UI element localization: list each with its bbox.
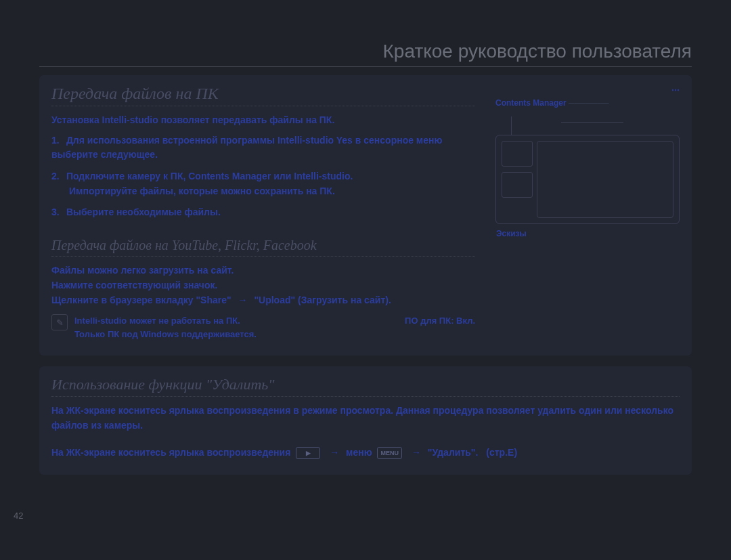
delete-action-line: На ЖК-экране коснитесь ярлыка воспроизве… xyxy=(51,446,680,460)
note-line-2: Только ПК под Windows поддерживается. xyxy=(74,328,257,341)
note-right: ПО для ПК: Вкл. xyxy=(405,314,475,328)
page-number: 42 xyxy=(14,511,23,521)
upload-text-2: Нажмите соответствующий значок. xyxy=(51,278,475,293)
step-text: Подключите камеру к ПК, Contents Manager… xyxy=(66,171,353,181)
step-text: Выберите необходимые файлы. xyxy=(66,207,221,217)
caption-corner: ⋯ xyxy=(495,85,680,96)
play-icon: ▶ xyxy=(296,447,320,459)
step-number: 3. xyxy=(51,205,64,220)
panel-delete: Использование функции "Удалить" На ЖК-эк… xyxy=(39,366,692,475)
arrow-icon: → xyxy=(412,446,421,460)
step-number: 1. xyxy=(51,133,64,148)
delete-action-end: "Удалить". xyxy=(428,447,479,458)
delete-action-ref: (стр.E) xyxy=(486,447,517,458)
section-heading-upload: Передача файлов на YouTube, Flickr, Face… xyxy=(51,238,475,257)
panel-transfer: Передача файлов на ПК Установка Intelli-… xyxy=(39,75,692,356)
note-text: Intelli-studio может не работать на ПК. … xyxy=(74,314,257,341)
step-2: 2. Подключите камеру к ПК, Contents Mana… xyxy=(51,169,475,198)
diagram-caption-box: ⋯ Contents Manager ─────── Эскизы xyxy=(495,85,680,224)
upload-action-pre: Щелкните в браузере вкладку "Share" xyxy=(51,295,231,305)
upload-action-post: "Upload" (Загрузить на сайт). xyxy=(254,295,391,305)
step-text: Для использования встроенной программы I… xyxy=(51,135,442,160)
delete-action-pre: На ЖК-экране коснитесь ярлыка воспроизве… xyxy=(51,447,290,458)
arrow-icon: → xyxy=(238,293,248,308)
note-icon: ✎ xyxy=(51,314,68,330)
step-subtext: Импортируйте файлы, которые можно сохран… xyxy=(69,184,475,199)
step-3: 3. Выберите необходимые файлы. xyxy=(51,205,475,220)
section-heading-transfer: Передача файлов на ПК xyxy=(51,85,475,106)
step-number: 2. xyxy=(51,169,64,184)
caption-thumbnails: Эскизы xyxy=(496,228,527,240)
section-heading-delete: Использование функции "Удалить" xyxy=(51,376,680,397)
upload-text-1: Файлы можно легко загрузить на сайт. xyxy=(51,263,475,278)
arrow-icon: → xyxy=(330,446,339,460)
note-line-1: Intelli-studio может не работать на ПК. xyxy=(74,314,257,328)
delete-action-mid: меню xyxy=(346,447,372,458)
diagram-thumb xyxy=(502,172,533,198)
menu-icon: MENU xyxy=(377,447,402,459)
diagram-main-pane xyxy=(537,141,673,218)
diagram-thumb xyxy=(502,141,533,167)
note-block: ✎ Intelli-studio может не работать на ПК… xyxy=(51,314,475,341)
app-diagram: Эскизы xyxy=(495,135,680,224)
delete-description: На ЖК-экране коснитесь ярлыка воспроизве… xyxy=(51,404,680,433)
caption-contents-manager: Contents Manager ─────── xyxy=(495,98,680,109)
upload-action: Щелкните в браузере вкладку "Share" → "U… xyxy=(51,293,475,308)
intro-text: Установка Intelli-studio позволяет перед… xyxy=(51,113,475,128)
page-title: Краткое руководство пользователя xyxy=(39,41,692,67)
step-1: 1. Для использования встроенной программ… xyxy=(51,133,475,163)
